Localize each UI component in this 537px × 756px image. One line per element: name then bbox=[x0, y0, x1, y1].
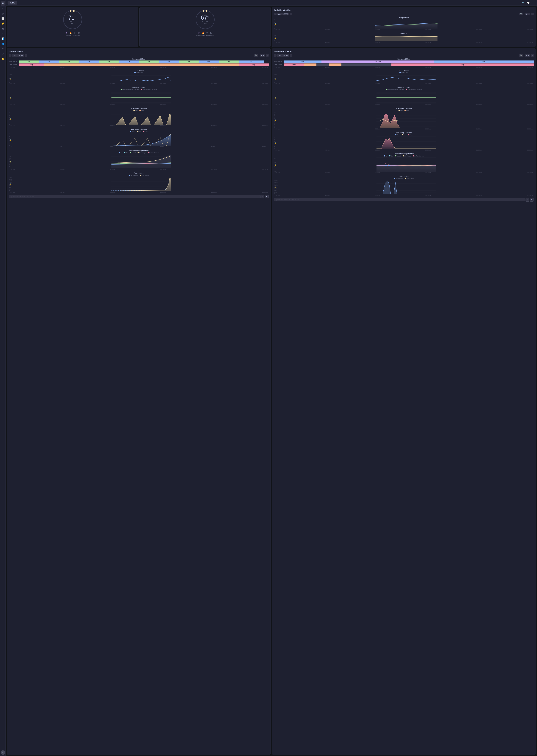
downstairs-zoom-btn[interactable]: 🔍 bbox=[519, 54, 523, 57]
upstairs-date: Jun 18 2023 bbox=[12, 54, 24, 57]
downstairs-air-handler-label: Air Handler bbox=[274, 61, 283, 63]
h-time-3: 10:00 am bbox=[425, 42, 431, 43]
h-time-4: 11:00 am bbox=[476, 42, 482, 43]
flame-icon-2[interactable]: 🔥 bbox=[202, 32, 204, 34]
sidebar-icon-block[interactable]: ▣ bbox=[1, 26, 5, 31]
downstairs-humidity-chart bbox=[279, 91, 534, 104]
downstairs-hvac-panel: Downstairs HVAC ‹ Jun 18 2023 › 🔍 - 6 H … bbox=[272, 48, 536, 755]
sidebar-icon-home[interactable]: ⌂ bbox=[1, 6, 5, 11]
upstairs-zoom-btn[interactable]: 🔍 bbox=[254, 54, 258, 57]
upstairs-hp-temps-chart bbox=[14, 154, 268, 169]
upstairs-tools: 🔍 - 6 H ▾ bbox=[254, 54, 268, 57]
dah-seg-fan-1: Fan bbox=[284, 60, 321, 63]
downstairs-humidity-time: 7:00 am 8:00 am 9:00 am 10:00 am 11:00 a… bbox=[274, 104, 534, 106]
weather-prev-btn[interactable]: ‹ bbox=[274, 13, 276, 16]
upstairs-power-title: Power Usage bbox=[9, 172, 268, 174]
sidebar-icon-settings[interactable]: ⚙ bbox=[1, 52, 5, 56]
downstairs-hp-demands-legend: Cool Fan Heat bbox=[274, 134, 534, 136]
ue-time-1: 8:00 am bbox=[60, 66, 65, 68]
upstairs-add-btn[interactable]: + bbox=[261, 195, 264, 199]
weather-dash: - bbox=[524, 13, 524, 15]
sidebar-icon-list[interactable]: ≡ bbox=[1, 31, 5, 36]
sidebar-icon-chart[interactable]: 📊 bbox=[1, 36, 5, 41]
upstairs-search-input[interactable] bbox=[9, 195, 260, 198]
upstairs-heat-pump-label: Heat Pump bbox=[9, 64, 19, 66]
downstairs-search-input[interactable] bbox=[274, 198, 525, 202]
downstairs-thermostat-card: ⋯ 67°F 67 - 69 Fan ↺ 🔥 ❄ ⏻ bbox=[140, 7, 271, 47]
user-avatar[interactable]: ZL bbox=[1, 750, 5, 755]
flame-icon[interactable]: 🔥 bbox=[69, 32, 72, 34]
sidebar-icon-star[interactable]: ★ bbox=[1, 47, 5, 51]
sidebar-icon-lightning[interactable]: ⚡ bbox=[1, 21, 5, 26]
downstairs-heat-pump-row: Heat Pump Stop Stop bbox=[274, 63, 534, 66]
sidebar-icon-search[interactable]: ◎ bbox=[1, 11, 5, 16]
power-icon-2[interactable]: ⏻ bbox=[210, 32, 212, 34]
upstairs-ah-demands-chart bbox=[14, 112, 268, 125]
downstairs-add-btn[interactable]: + bbox=[525, 198, 529, 202]
ah-seg-on-4: On bbox=[139, 60, 159, 63]
upstairs-hvac-title: Upstairs HVAC bbox=[9, 50, 24, 53]
t-time-1: 8:00 am bbox=[325, 29, 330, 30]
ah-seg-fan-5: Fan bbox=[199, 60, 219, 63]
weather-tools: 🔍 - 6 H ▾ bbox=[519, 13, 534, 16]
sidebar-icon-menu[interactable]: ☰ bbox=[1, 1, 5, 6]
upstairs-next-btn[interactable]: › bbox=[25, 54, 27, 57]
hp-seg-stop-1: Stop bbox=[19, 63, 44, 66]
t-time-5: 12:00 pm bbox=[527, 29, 533, 30]
h-time-1: 8:00 am bbox=[325, 42, 330, 43]
upstairs-dropdown-btn[interactable]: ▾ bbox=[265, 195, 268, 199]
upstairs-controls: ↺ 🔥 ❄ ⏻ bbox=[65, 32, 80, 34]
upstairs-thermostat-name: Upstairs Thermostat bbox=[65, 35, 80, 37]
refresh-icon[interactable]: ↺ bbox=[65, 32, 67, 34]
upstairs-thermostat-menu[interactable]: ⋯ bbox=[134, 9, 137, 12]
temperature-chart-section: Temperature 🔒 bbox=[274, 17, 534, 30]
downstairs-hp-temps-section: Heat Pump Temperatures Air Coil Liquid D… bbox=[274, 153, 534, 173]
svg-point-2 bbox=[202, 10, 204, 12]
outside-weather-title: Outside Weather bbox=[274, 9, 291, 12]
upstairs-dropdown-btn[interactable]: ▾ bbox=[266, 54, 268, 57]
dhp-seg-stop-1: Stop bbox=[284, 63, 304, 66]
upstairs-prev-btn[interactable]: ‹ bbox=[9, 54, 12, 57]
downstairs-prev-btn[interactable]: ‹ bbox=[274, 54, 276, 57]
downstairs-dropdown-btn3[interactable]: ▾ bbox=[530, 198, 534, 202]
af-y-1000: 1000 bbox=[9, 74, 12, 75]
thermostat-dot-1 bbox=[69, 10, 77, 12]
upstairs-ah-demands-legend: Fan Heat bbox=[9, 110, 268, 112]
airflow-legend-ah: Air Handler bbox=[134, 72, 143, 73]
upstairs-power-legend: Air Handler Heat Pump bbox=[9, 175, 268, 176]
ue-time-0: 7:00 am bbox=[10, 66, 15, 68]
weather-dropdown-btn[interactable]: ▾ bbox=[531, 13, 534, 16]
ah-seg-on-3: On bbox=[99, 60, 119, 63]
downstairs-hp-temps-time: 7:00 am 8:00 am 9:00 am 10:00 am 11:00 a… bbox=[274, 172, 534, 173]
snowflake-icon-2[interactable]: ❄ bbox=[206, 32, 208, 34]
sidebar-icon-people[interactable]: 👥 bbox=[1, 42, 5, 46]
sidebar-icon-bell[interactable]: 🔔 bbox=[1, 57, 5, 61]
chat-icon[interactable]: 💬 bbox=[526, 1, 530, 5]
downstairs-thermostat-menu[interactable]: ⋯ bbox=[267, 9, 269, 12]
upstairs-equip-title: Equipment State bbox=[9, 58, 268, 60]
tab-home[interactable]: HOME bbox=[8, 1, 17, 5]
downstairs-power-legend: Air Handler Heat Pump bbox=[274, 178, 534, 179]
downstairs-tools: 🔍 - 6 H ▾ bbox=[519, 54, 534, 57]
search-icon[interactable]: 🔍 bbox=[521, 1, 525, 5]
dhum-ctrl-lock: 🔒 bbox=[274, 97, 276, 98]
downstairs-next-btn[interactable]: › bbox=[290, 54, 292, 57]
downstairs-hp-demands-chart bbox=[279, 136, 534, 149]
upstairs-ah-demands-section: Air Handler Demands Fan Heat 🔒 bbox=[9, 107, 268, 127]
more-icon[interactable]: ⋯ bbox=[531, 1, 535, 5]
dhp-seg-idle-2 bbox=[342, 63, 392, 66]
downstairs-hp-temps-title: Heat Pump Temperatures bbox=[274, 153, 534, 155]
sidebar-icon-entity[interactable]: ⬜ bbox=[1, 16, 5, 21]
power-icon[interactable]: ⏻ bbox=[77, 32, 80, 34]
weather-zoom-btn[interactable]: 🔍 bbox=[519, 13, 523, 16]
downstairs-ah-demands-title: Air Handler Demands bbox=[274, 107, 534, 109]
dah-seg-fan-2: Fan bbox=[434, 60, 534, 63]
downstairs-equip-title: Equipment State bbox=[274, 58, 534, 60]
snowflake-icon[interactable]: ❄ bbox=[74, 32, 76, 34]
weather-next-btn[interactable]: › bbox=[290, 13, 292, 16]
upstairs-hp-temps-section: Heat Pump Temperatures Air Coil Liquid D… bbox=[9, 150, 268, 170]
downstairs-dropdown-btn2[interactable]: ▾ bbox=[531, 54, 534, 57]
downstairs-airflow-title: Indoor Airflow bbox=[274, 69, 534, 71]
refresh-icon-2[interactable]: ↺ bbox=[198, 32, 200, 34]
dhp-seg-orange-1 bbox=[304, 63, 316, 66]
